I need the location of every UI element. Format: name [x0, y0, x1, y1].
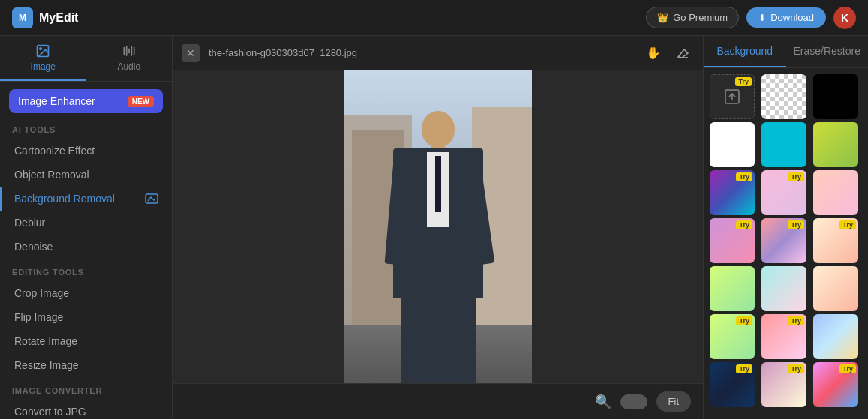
try-badge-6: Try [736, 316, 752, 325]
sidebar-item-flip[interactable]: Flip Image [0, 305, 172, 329]
resize-label: Resize Image [14, 359, 79, 371]
editing-tools-section-label: EDITING TOOLS [0, 259, 172, 281]
image-tab-label: Image [31, 61, 56, 72]
bg-item-teal-dark[interactable]: Try [710, 362, 755, 407]
new-badge: NEW [128, 96, 154, 107]
bg-item-soft-green[interactable]: Try [710, 314, 755, 359]
bg-item-purple-blue[interactable]: Try [710, 170, 755, 215]
bg-item-coral[interactable]: Try [761, 314, 806, 359]
bg-item-dusty-rose[interactable] [813, 266, 858, 311]
bg-item-lavender[interactable]: Try [710, 218, 755, 263]
canvas-content [173, 70, 703, 383]
main-layout: Image Audio Image Enhancer NEW AI TOOLS … [0, 36, 868, 419]
sidebar-item-denoise[interactable]: Denoise [0, 235, 172, 259]
bg-item-mint-teal[interactable] [761, 266, 806, 311]
bg-item-yellow-green[interactable] [813, 122, 858, 167]
app-name: MyEdit [39, 11, 78, 25]
header: M MyEdit Go Premium Download K [0, 0, 868, 36]
convert-jpg-label: Convert to JPG [14, 406, 86, 418]
object-removal-label: Object Removal [14, 169, 89, 181]
bg-item-sky-rainbow[interactable] [813, 314, 858, 359]
ai-tools-section-label: AI TOOLS [0, 116, 172, 139]
image-tab-icon [35, 43, 50, 58]
bg-removal-svg [145, 193, 158, 204]
bg-item-pink-soft[interactable]: Try [761, 170, 806, 215]
bg-item-rainbow[interactable]: Try [761, 218, 806, 263]
try-badge-10: Try [839, 364, 856, 373]
grab-icon[interactable]: ✋ [643, 43, 664, 64]
bg-item-mint-gold[interactable] [710, 266, 755, 311]
premium-button[interactable]: Go Premium [646, 7, 739, 28]
sidebar-tabs: Image Audio [0, 36, 172, 82]
try-badge-3: Try [736, 220, 752, 229]
bg-removal-icon [143, 193, 160, 205]
canvas-bottom: 🔍 Fit [173, 383, 703, 419]
sidebar-item-cartoonize[interactable]: Cartoonize Effect [0, 139, 172, 163]
logo-icon: M [12, 7, 33, 28]
try-badge-upload: Try [735, 77, 752, 86]
cartoonize-label: Cartoonize Effect [14, 145, 95, 157]
try-badge-5: Try [839, 220, 856, 229]
panel-tab-erase[interactable]: Erase/Restore [786, 36, 869, 67]
sidebar-item-rotate[interactable]: Rotate Image [0, 329, 172, 353]
figure-head [422, 111, 455, 147]
download-button[interactable]: Download [746, 7, 826, 28]
bg-item-purple-soft[interactable]: Try [761, 362, 806, 407]
bg-upload[interactable]: Try [710, 74, 755, 119]
try-badge-9: Try [788, 364, 804, 373]
right-panel: Background Erase/Restore Try Try Try [703, 36, 868, 419]
figure-pants [401, 295, 476, 384]
bg-item-white[interactable] [710, 122, 755, 167]
avatar[interactable]: K [833, 7, 856, 29]
background-grid: Try Try Try Try T [704, 68, 868, 413]
converter-section-label: IMAGE CONVERTER [0, 377, 172, 400]
try-badge-7: Try [788, 316, 804, 325]
panel-tabs: Background Erase/Restore [704, 36, 868, 68]
sidebar-item-deblur[interactable]: Deblur [0, 211, 172, 235]
try-badge-1: Try [736, 172, 752, 181]
flip-label: Flip Image [14, 311, 63, 323]
audio-tab-label: Audio [117, 61, 140, 72]
bg-removal-label: Background Removal [14, 193, 115, 205]
bg-item-stars[interactable]: Try [813, 218, 858, 263]
sidebar-item-crop[interactable]: Crop Image [0, 281, 172, 305]
svg-point-1 [40, 48, 42, 50]
active-tool-label: Image Enhancer [18, 95, 95, 107]
image-display [344, 70, 532, 383]
tab-image[interactable]: Image [0, 36, 86, 81]
tab-audio[interactable]: Audio [86, 36, 173, 81]
active-tool-item[interactable]: Image Enhancer NEW [9, 89, 163, 113]
figure [386, 107, 491, 384]
bg-item-black[interactable] [813, 74, 858, 119]
filename-label: the-fashion-g030303d07_1280.jpg [209, 47, 634, 58]
close-button[interactable]: ✕ [182, 44, 200, 62]
sidebar-item-bg-removal[interactable]: Background Removal [0, 187, 172, 211]
fit-button[interactable]: Fit [656, 391, 691, 412]
sidebar-item-object-removal[interactable]: Object Removal [0, 163, 172, 187]
rotate-label: Rotate Image [14, 335, 77, 347]
sidebar: Image Audio Image Enhancer NEW AI TOOLS … [0, 36, 173, 419]
zoom-icon[interactable]: 🔍 [595, 394, 611, 410]
deblur-label: Deblur [14, 217, 45, 229]
figure-tie [435, 156, 441, 212]
bg-item-teal[interactable] [761, 122, 806, 167]
upload-icon [723, 88, 741, 106]
canvas-area: ✕ the-fashion-g030303d07_1280.jpg ✋ [173, 36, 703, 419]
header-left: M MyEdit [12, 7, 78, 28]
panel-tab-background[interactable]: Background [704, 36, 786, 67]
bg-item-transparent[interactable] [761, 74, 806, 119]
sidebar-item-convert-jpg[interactable]: Convert to JPG [0, 400, 172, 419]
header-right: Go Premium Download K [646, 7, 856, 29]
bg-item-rainbow2[interactable]: Try [813, 362, 858, 407]
canvas-toolbar: ✕ the-fashion-g030303d07_1280.jpg ✋ [173, 36, 703, 70]
view-toggle[interactable] [620, 394, 647, 409]
crop-label: Crop Image [14, 287, 69, 299]
eraser-svg [677, 46, 690, 60]
try-badge-8: Try [736, 364, 752, 373]
eraser-icon[interactable] [673, 43, 694, 64]
try-badge-2: Try [788, 172, 804, 181]
sidebar-item-resize[interactable]: Resize Image [0, 353, 172, 377]
bg-item-peach[interactable] [813, 170, 858, 215]
try-badge-4: Try [788, 220, 804, 229]
audio-tab-icon [122, 43, 137, 58]
